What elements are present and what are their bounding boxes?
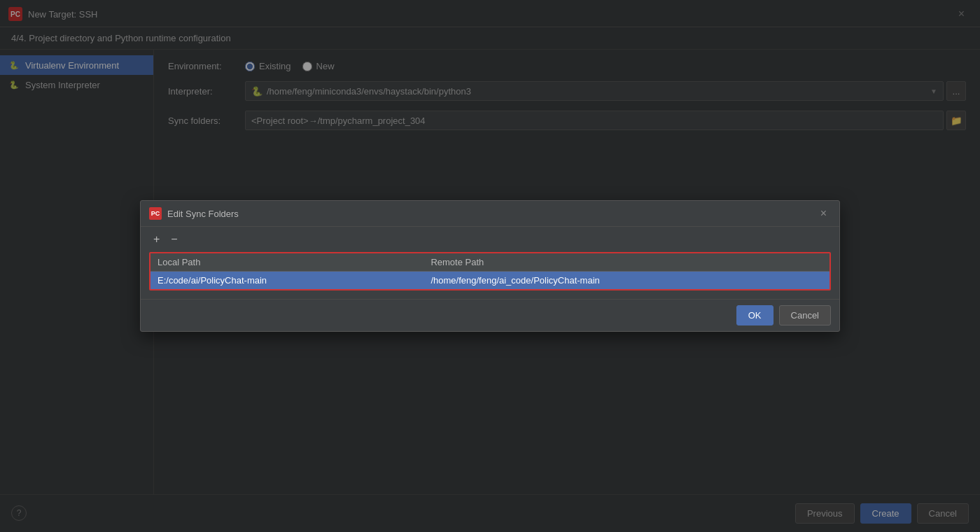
inner-ok-button[interactable]: OK bbox=[736, 305, 774, 326]
remove-row-button[interactable]: − bbox=[167, 232, 181, 246]
sync-table: Local Path Remote Path E:/code/ai/Policy… bbox=[150, 253, 830, 289]
remote-path-cell: /home/feng/feng/ai_code/PolicyChat-main bbox=[424, 272, 830, 290]
table-row[interactable]: E:/code/ai/PolicyChat-main /home/feng/fe… bbox=[150, 272, 830, 290]
sync-table-container: Local Path Remote Path E:/code/ai/Policy… bbox=[149, 252, 831, 290]
inner-dialog-titlebar: PC Edit Sync Folders × bbox=[141, 201, 839, 227]
add-row-button[interactable]: + bbox=[149, 232, 164, 246]
inner-dialog-toolbar: + − bbox=[141, 227, 839, 252]
inner-dialog: PC Edit Sync Folders × + − Local Path Re… bbox=[140, 200, 840, 332]
inner-dialog-title-left: PC Edit Sync Folders bbox=[149, 207, 239, 220]
inner-dialog-overlay: PC Edit Sync Folders × + − Local Path Re… bbox=[0, 0, 980, 532]
table-header-row: Local Path Remote Path bbox=[150, 253, 830, 272]
local-path-cell: E:/code/ai/PolicyChat-main bbox=[150, 272, 424, 290]
inner-dialog-logo: PC bbox=[149, 207, 162, 220]
local-path-header: Local Path bbox=[150, 253, 424, 272]
inner-dialog-title: Edit Sync Folders bbox=[167, 209, 239, 219]
inner-close-button[interactable]: × bbox=[816, 206, 831, 220]
inner-dialog-footer: OK Cancel bbox=[141, 299, 839, 331]
inner-cancel-button[interactable]: Cancel bbox=[779, 305, 831, 326]
remote-path-header: Remote Path bbox=[424, 253, 830, 272]
